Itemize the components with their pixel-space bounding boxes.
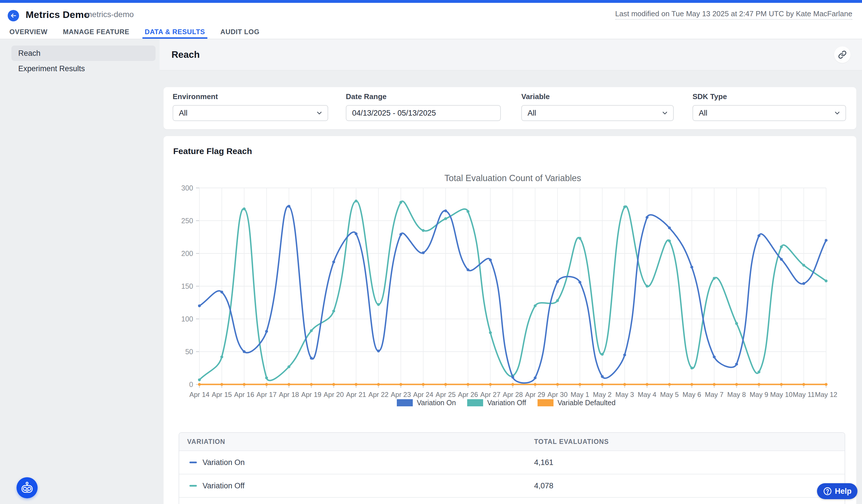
- app-root: Metrics Demo metrics-demo Last modified …: [0, 0, 862, 504]
- filter-group-date-range: Date Range04/13/2025 - 05/13/2025: [346, 92, 501, 121]
- select-environment[interactable]: All: [173, 105, 328, 121]
- svg-text:Apr 14: Apr 14: [190, 391, 210, 398]
- svg-text:May 6: May 6: [682, 391, 701, 398]
- table-header-row: VARIATION TOTAL EVALUATIONS: [179, 433, 845, 450]
- svg-text:100: 100: [181, 315, 193, 323]
- svg-text:May 10: May 10: [770, 391, 793, 398]
- filter-label-variable: Variable: [521, 92, 674, 101]
- svg-text:May 4: May 4: [638, 391, 656, 398]
- feature-title: Metrics Demo: [26, 9, 90, 20]
- svg-text:Apr 25: Apr 25: [435, 391, 456, 398]
- back-button[interactable]: [8, 10, 19, 21]
- svg-text:300: 300: [181, 184, 193, 192]
- input-date-range[interactable]: 04/13/2025 - 05/13/2025: [346, 105, 501, 121]
- svg-text:50: 50: [185, 348, 193, 356]
- filter-group-variable: VariableAll: [521, 92, 674, 121]
- tab-audit-log[interactable]: AUDIT LOG: [218, 26, 262, 39]
- table-row-variation-off[interactable]: Variation Off4,078: [179, 474, 845, 497]
- legend-label-variation-off[interactable]: Variation Off: [487, 399, 526, 407]
- svg-text:Apr 23: Apr 23: [391, 391, 411, 398]
- legend-swatch-variation-off[interactable]: [467, 399, 483, 406]
- svg-text:Apr 28: Apr 28: [503, 391, 523, 398]
- tab-data-results[interactable]: DATA & RESULTS: [142, 26, 207, 39]
- svg-text:Apr 26: Apr 26: [458, 391, 478, 398]
- legend-label-variable-defaulted[interactable]: Variable Defaulted: [558, 399, 616, 407]
- legend-swatch-variation-on[interactable]: [397, 399, 413, 406]
- legend-swatch-variable-defaulted[interactable]: [537, 399, 553, 406]
- svg-text:May 1: May 1: [571, 391, 589, 398]
- evaluations-line-chart: 050100150200250300Apr 14Apr 15Apr 16Apr …: [164, 182, 856, 399]
- arrow-left-icon: [10, 12, 17, 19]
- chart-legend: Variation OnVariation OffVariable Defaul…: [164, 399, 856, 407]
- section-header: Reach: [159, 39, 862, 71]
- svg-text:250: 250: [181, 217, 193, 225]
- sidebar-item-experiment-results[interactable]: Experiment Results: [11, 61, 156, 76]
- svg-text:Apr 29: Apr 29: [525, 391, 545, 398]
- series-variable-defaulted: [198, 383, 827, 386]
- series-color-dash: [190, 485, 197, 487]
- help-button[interactable]: Help: [817, 483, 858, 499]
- total-evaluations-value: 4,078: [534, 481, 553, 490]
- variation-totals-table: VARIATION TOTAL EVALUATIONS Variation On…: [179, 432, 845, 504]
- svg-text:May 2: May 2: [593, 391, 612, 398]
- svg-text:May 8: May 8: [727, 391, 746, 398]
- page-header: Metrics Demo metrics-demo Last modified …: [0, 3, 862, 26]
- tab-bar: OVERVIEWMANAGE FEATUREDATA & RESULTSAUDI…: [0, 26, 862, 39]
- svg-text:May 7: May 7: [705, 391, 723, 398]
- chart-card-title: Feature Flag Reach: [173, 146, 252, 156]
- content-area: ReachExperiment Results Reach Environmen…: [0, 39, 862, 504]
- top-accent-bar: [0, 0, 862, 3]
- filter-label-sdk-type: SDK Type: [692, 92, 846, 101]
- svg-text:Apr 30: Apr 30: [548, 391, 568, 398]
- filters-card: EnvironmentAllDate Range04/13/2025 - 05/…: [164, 87, 856, 129]
- reach-chart-card: Feature Flag Reach Total Evaluation Coun…: [164, 136, 856, 504]
- variation-name: Variation On: [203, 458, 245, 467]
- series-color-dash: [190, 462, 197, 463]
- copy-link-button[interactable]: [834, 47, 851, 63]
- table-row-variable-defaulted[interactable]: Variable Defaulted0: [179, 497, 845, 504]
- svg-text:Apr 18: Apr 18: [279, 391, 299, 398]
- svg-text:150: 150: [181, 282, 193, 290]
- sidebar: ReachExperiment Results: [0, 39, 159, 504]
- filter-group-environment: EnvironmentAll: [173, 92, 328, 121]
- filter-label-environment: Environment: [173, 92, 328, 101]
- chevron-down-icon: [316, 109, 323, 117]
- robot-icon: [21, 481, 34, 494]
- filter-value: 04/13/2025 - 05/13/2025: [352, 109, 436, 118]
- svg-text:Apr 20: Apr 20: [324, 391, 344, 398]
- svg-text:Apr 15: Apr 15: [212, 391, 232, 398]
- help-button-label: Help: [835, 487, 852, 496]
- svg-text:Apr 22: Apr 22: [368, 391, 389, 398]
- total-evaluations-value: 4,161: [534, 458, 553, 467]
- assistant-fab[interactable]: [16, 477, 38, 498]
- chevron-down-icon: [661, 109, 669, 117]
- svg-text:May 11: May 11: [793, 391, 815, 398]
- last-modified-text: Last modified on Tue May 13 2025 at 2:47…: [615, 9, 852, 19]
- svg-text:Apr 19: Apr 19: [301, 391, 321, 398]
- sidebar-item-reach[interactable]: Reach: [11, 45, 156, 61]
- svg-text:Apr 27: Apr 27: [480, 391, 500, 398]
- filter-value: All: [699, 109, 707, 118]
- table-row-variation-on[interactable]: Variation On4,161: [179, 450, 845, 474]
- select-sdk-type[interactable]: All: [692, 105, 846, 121]
- filter-value: All: [527, 109, 536, 118]
- link-icon: [838, 50, 847, 59]
- svg-text:200: 200: [181, 250, 193, 257]
- select-variable[interactable]: All: [521, 105, 674, 121]
- filter-group-sdk-type: SDK TypeAll: [692, 92, 846, 121]
- svg-text:May 9: May 9: [750, 391, 768, 398]
- svg-text:Apr 21: Apr 21: [346, 391, 366, 398]
- legend-label-variation-on[interactable]: Variation On: [417, 399, 456, 407]
- filter-value: All: [179, 109, 187, 118]
- svg-text:May 12: May 12: [815, 391, 837, 398]
- variation-name: Variation Off: [203, 481, 245, 490]
- svg-text:Apr 16: Apr 16: [234, 391, 254, 398]
- column-header-total-evaluations: TOTAL EVALUATIONS: [534, 438, 609, 446]
- svg-text:Apr 17: Apr 17: [257, 391, 277, 398]
- svg-text:0: 0: [189, 381, 193, 388]
- feature-key: metrics-demo: [86, 10, 134, 19]
- tab-overview[interactable]: OVERVIEW: [7, 26, 50, 39]
- tab-manage-feature[interactable]: MANAGE FEATURE: [61, 26, 132, 39]
- svg-text:Apr 24: Apr 24: [413, 391, 433, 398]
- svg-text:May 3: May 3: [615, 391, 634, 398]
